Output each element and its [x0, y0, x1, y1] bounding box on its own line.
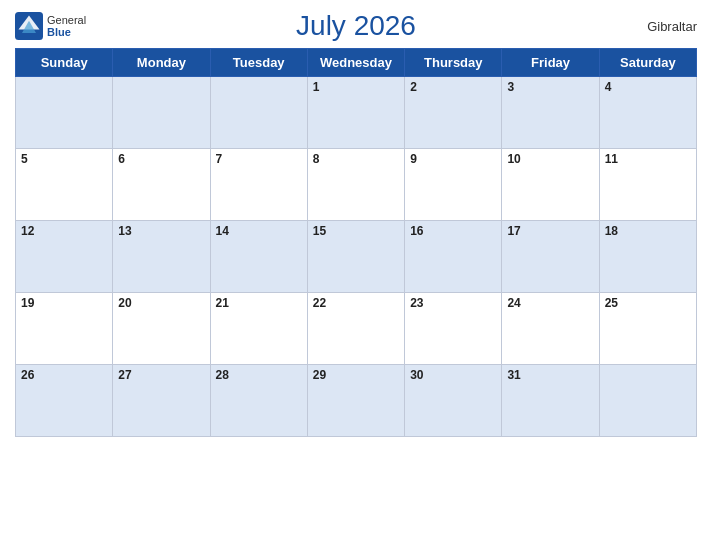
calendar-title: July 2026	[296, 10, 416, 42]
calendar-cell: 12	[16, 221, 113, 293]
calendar-cell: 27	[113, 365, 210, 437]
day-number: 26	[21, 368, 34, 382]
calendar-header: General Blue July 2026 Gibraltar	[15, 10, 697, 42]
calendar-cell: 19	[16, 293, 113, 365]
calendar-week-row: 262728293031	[16, 365, 697, 437]
calendar-cell: 1	[307, 77, 404, 149]
day-number: 11	[605, 152, 618, 166]
day-number: 4	[605, 80, 612, 94]
calendar-cell: 14	[210, 221, 307, 293]
day-number: 30	[410, 368, 423, 382]
logo-blue: Blue	[47, 26, 86, 38]
day-number: 18	[605, 224, 618, 238]
calendar-week-row: 1234	[16, 77, 697, 149]
calendar-cell: 28	[210, 365, 307, 437]
calendar-cell: 16	[405, 221, 502, 293]
calendar-cell: 23	[405, 293, 502, 365]
calendar-cell: 29	[307, 365, 404, 437]
day-number: 29	[313, 368, 326, 382]
calendar-cell: 18	[599, 221, 696, 293]
day-number: 7	[216, 152, 223, 166]
calendar-cell: 17	[502, 221, 599, 293]
day-number: 24	[507, 296, 520, 310]
day-number: 1	[313, 80, 320, 94]
day-number: 9	[410, 152, 417, 166]
header-sunday: Sunday	[16, 49, 113, 77]
day-number: 15	[313, 224, 326, 238]
calendar-cell: 2	[405, 77, 502, 149]
header-saturday: Saturday	[599, 49, 696, 77]
weekday-header-row: Sunday Monday Tuesday Wednesday Thursday…	[16, 49, 697, 77]
calendar-cell: 8	[307, 149, 404, 221]
day-number: 25	[605, 296, 618, 310]
calendar-cell: 4	[599, 77, 696, 149]
calendar-cell: 9	[405, 149, 502, 221]
day-number: 8	[313, 152, 320, 166]
calendar-table: Sunday Monday Tuesday Wednesday Thursday…	[15, 48, 697, 437]
calendar-cell: 25	[599, 293, 696, 365]
calendar-cell: 30	[405, 365, 502, 437]
logo-area: General Blue	[15, 12, 86, 40]
calendar-cell: 10	[502, 149, 599, 221]
calendar-cell: 31	[502, 365, 599, 437]
day-number: 16	[410, 224, 423, 238]
calendar-cell	[210, 77, 307, 149]
day-number: 21	[216, 296, 229, 310]
calendar-cell: 20	[113, 293, 210, 365]
generalblue-logo-icon	[15, 12, 43, 40]
day-number: 27	[118, 368, 131, 382]
calendar-cell: 11	[599, 149, 696, 221]
calendar-week-row: 12131415161718	[16, 221, 697, 293]
calendar-wrapper: General Blue July 2026 Gibraltar Sunday …	[0, 0, 712, 550]
calendar-cell	[113, 77, 210, 149]
calendar-cell: 15	[307, 221, 404, 293]
day-number: 28	[216, 368, 229, 382]
calendar-cell: 7	[210, 149, 307, 221]
day-number: 5	[21, 152, 28, 166]
calendar-cell: 22	[307, 293, 404, 365]
day-number: 17	[507, 224, 520, 238]
day-number: 3	[507, 80, 514, 94]
day-number: 20	[118, 296, 131, 310]
day-number: 31	[507, 368, 520, 382]
header-monday: Monday	[113, 49, 210, 77]
logo-text: General Blue	[47, 14, 86, 38]
day-number: 10	[507, 152, 520, 166]
calendar-cell: 13	[113, 221, 210, 293]
day-number: 12	[21, 224, 34, 238]
calendar-cell: 5	[16, 149, 113, 221]
header-friday: Friday	[502, 49, 599, 77]
calendar-cell: 3	[502, 77, 599, 149]
country-label: Gibraltar	[647, 19, 697, 34]
calendar-cell	[16, 77, 113, 149]
day-number: 2	[410, 80, 417, 94]
header-wednesday: Wednesday	[307, 49, 404, 77]
day-number: 22	[313, 296, 326, 310]
calendar-cell: 26	[16, 365, 113, 437]
header-thursday: Thursday	[405, 49, 502, 77]
day-number: 13	[118, 224, 131, 238]
calendar-week-row: 567891011	[16, 149, 697, 221]
day-number: 14	[216, 224, 229, 238]
day-number: 19	[21, 296, 34, 310]
calendar-cell: 24	[502, 293, 599, 365]
header-tuesday: Tuesday	[210, 49, 307, 77]
calendar-cell: 6	[113, 149, 210, 221]
logo-general: General	[47, 14, 86, 26]
calendar-cell: 21	[210, 293, 307, 365]
calendar-week-row: 19202122232425	[16, 293, 697, 365]
calendar-cell	[599, 365, 696, 437]
day-number: 6	[118, 152, 125, 166]
day-number: 23	[410, 296, 423, 310]
